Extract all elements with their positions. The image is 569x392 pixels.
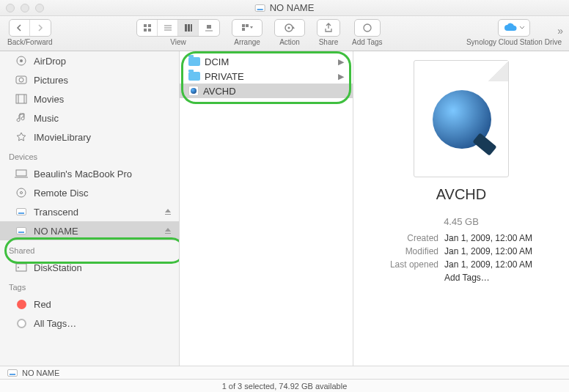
sidebar-tag-red[interactable]: Red: [0, 295, 179, 314]
svg-point-19: [20, 59, 23, 62]
titlebar: NO NAME: [0, 0, 569, 16]
svg-point-27: [17, 188, 26, 197]
svg-rect-14: [242, 28, 245, 31]
action-label: Action: [279, 38, 300, 46]
folder-dcim[interactable]: DCIM▶: [180, 54, 353, 69]
status-text: 1 of 3 selected, 74.92 GB available: [222, 382, 348, 391]
quicktime-logo-icon: [433, 90, 491, 149]
view-list-button[interactable]: [158, 20, 178, 36]
lastopened-label: Last opened: [390, 259, 438, 270]
preview-pane: AVCHD 4.45 GB Created Jan 1, 2009, 12:00…: [353, 51, 569, 366]
sidebar-item-transcend[interactable]: Transcend: [0, 202, 179, 221]
column-view: DCIM▶ PRIVATE▶ AVCHD: [180, 51, 353, 366]
minimize-window-button[interactable]: [21, 4, 29, 12]
disk-icon: [255, 4, 265, 12]
traffic-lights: [6, 4, 44, 12]
view-column-button[interactable]: [178, 20, 199, 36]
airdrop-icon: [15, 55, 28, 67]
add-tags-link[interactable]: Add Tags…: [444, 273, 532, 283]
cloud-icon: [503, 23, 518, 33]
zoom-window-button[interactable]: [35, 4, 44, 12]
tag-all-icon: [15, 319, 28, 328]
sidebar-item-pictures[interactable]: Pictures: [0, 70, 179, 89]
forward-button[interactable]: [30, 20, 51, 36]
sidebar-header-shared: Shared: [0, 243, 179, 258]
back-forward-label: Back/Forward: [7, 38, 53, 46]
status-bar: 1 of 3 selected, 74.92 GB available: [0, 379, 569, 392]
sidebar-item-label: Remote Disc: [34, 188, 88, 199]
tag-red-icon: [15, 300, 28, 309]
server-icon: [15, 263, 28, 272]
share-label: Share: [319, 38, 339, 46]
preview-icon: [414, 60, 509, 177]
sidebar-item-remote-disc[interactable]: Remote Disc: [0, 183, 179, 202]
disk-icon: [7, 369, 18, 377]
sidebar-item-movies[interactable]: Movies: [0, 89, 179, 108]
sidebar-item-label: NO NAME: [34, 226, 78, 237]
music-icon: [15, 112, 28, 124]
svg-rect-3: [148, 29, 151, 32]
file-label: AVCHD: [203, 86, 236, 97]
svg-rect-12: [242, 24, 245, 27]
action-button[interactable]: [274, 19, 305, 37]
drive-icon: [15, 227, 28, 234]
svg-point-17: [364, 24, 371, 32]
chevron-right-icon: ▶: [338, 72, 344, 81]
modified-label: Modified: [390, 246, 438, 256]
toolbar: Back/Forward View Arrange Action Share A…: [0, 16, 569, 51]
disc-icon: [15, 187, 28, 199]
path-bar: NO NAME: [0, 366, 569, 379]
sidebar-item-label: DiskStation: [34, 262, 82, 273]
cloud-label: Synology Cloud Station Drive: [466, 38, 562, 46]
sidebar-item-label: Movies: [34, 94, 64, 105]
sidebar-header-devices: Devices: [0, 149, 179, 164]
back-button[interactable]: [10, 20, 30, 36]
sidebar-item-diskstation[interactable]: DiskStation: [0, 258, 179, 277]
created-label: Created: [390, 233, 438, 243]
add-tags-button[interactable]: [354, 19, 381, 37]
close-window-button[interactable]: [6, 4, 15, 12]
sidebar-item-macbook[interactable]: Beaulin's MacBook Pro: [0, 164, 179, 183]
pictures-icon: [15, 75, 28, 85]
file-label: PRIVATE: [205, 71, 244, 82]
sidebar-item-imovielibrary[interactable]: IMovieLibrary: [0, 127, 179, 147]
svg-rect-1: [148, 24, 151, 27]
svg-rect-22: [16, 95, 26, 103]
sidebar-item-label: AirDrop: [34, 56, 66, 67]
svg-point-28: [21, 192, 23, 194]
arrange-label: Arrange: [234, 38, 260, 46]
add-tags-label: Add Tags: [352, 38, 383, 46]
arrange-button[interactable]: [232, 19, 263, 37]
svg-rect-2: [144, 29, 147, 32]
path-location[interactable]: NO NAME: [22, 369, 59, 377]
sidebar-item-music[interactable]: Music: [0, 108, 179, 127]
folder-icon: [188, 72, 200, 81]
eject-button[interactable]: [164, 208, 172, 215]
view-label: View: [170, 38, 186, 46]
svg-rect-13: [246, 24, 249, 27]
file-label: DCIM: [205, 56, 229, 67]
share-button[interactable]: [317, 19, 340, 37]
view-icon-button[interactable]: [137, 20, 158, 36]
movies-icon: [15, 94, 28, 104]
svg-rect-10: [207, 25, 211, 29]
sidebar: AirDrop Pictures Movies Music IMovieLibr…: [0, 51, 180, 366]
sidebar-item-label: Red: [34, 299, 51, 310]
sidebar-tag-all[interactable]: All Tags…: [0, 314, 179, 333]
folder-private[interactable]: PRIVATE▶: [180, 69, 353, 84]
view-coverflow-button[interactable]: [199, 20, 219, 36]
sidebar-item-no-name[interactable]: NO NAME: [0, 221, 179, 240]
cloud-station-button[interactable]: [498, 19, 530, 37]
chevron-right-icon: ▶: [338, 57, 344, 67]
sidebar-item-airdrop[interactable]: AirDrop: [0, 51, 179, 70]
sidebar-header-tags: Tags: [0, 280, 179, 295]
sidebar-item-label: Beaulin's MacBook Pro: [34, 169, 132, 180]
toolbar-overflow-button[interactable]: »: [557, 25, 563, 37]
file-avchd[interactable]: AVCHD: [180, 84, 353, 98]
star-icon: [15, 131, 28, 143]
eject-button[interactable]: [164, 227, 172, 234]
created-value: Jan 1, 2009, 12:00 AM: [444, 233, 532, 243]
window-title: NO NAME: [270, 2, 315, 13]
sidebar-item-label: Music: [34, 113, 59, 124]
preview-filename: AVCHD: [436, 186, 487, 203]
